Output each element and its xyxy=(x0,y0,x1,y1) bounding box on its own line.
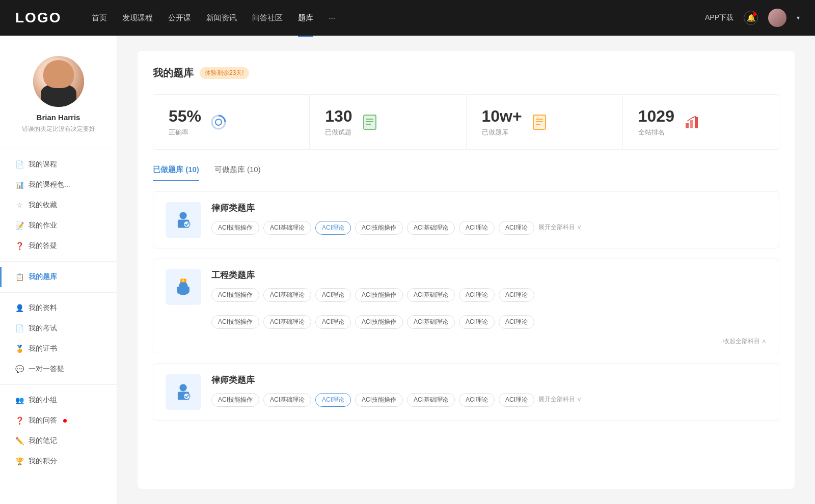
extra-tag-2-6[interactable]: ACI理论 xyxy=(499,315,534,329)
tag-1-0[interactable]: ACI技能操作 xyxy=(211,221,259,235)
nav-news[interactable]: 新闻资讯 xyxy=(206,11,237,25)
nav-openclass[interactable]: 公开课 xyxy=(168,11,191,25)
tag-2-6[interactable]: ACI理论 xyxy=(499,288,534,302)
sidebar-item-myqa[interactable]: ❓ 我的问答 xyxy=(0,410,117,431)
tag-3-1[interactable]: ACI基础理论 xyxy=(263,393,311,407)
sidebar-item-mycourse[interactable]: 📄 我的课程 xyxy=(0,154,117,175)
extra-tag-2-3[interactable]: ACI技能操作 xyxy=(355,315,403,329)
sidebar-item-exam[interactable]: 📄 我的考试 xyxy=(0,318,117,339)
user-avatar-nav[interactable] xyxy=(768,9,786,27)
qbank-icon-engineer xyxy=(166,269,201,305)
main-layout: Brian Harris 错误的决定比没有决定要好 📄 我的课程 📊 我的课程包… xyxy=(0,36,815,504)
tag-2-5[interactable]: ACI理论 xyxy=(459,288,495,302)
tag-2-3[interactable]: ACI技能操作 xyxy=(355,288,403,302)
logo[interactable]: LOGO xyxy=(15,10,61,26)
extra-tag-2-1[interactable]: ACI基础理论 xyxy=(263,315,311,329)
qbank-card-1: 律师类题库 ACI技能操作 ACI基础理论 ACI理论 ACI技能操作 ACI基… xyxy=(153,191,779,248)
sidebar-item-questions[interactable]: ❓ 我的答疑 xyxy=(0,236,117,256)
tag-2-4[interactable]: ACI基础理论 xyxy=(407,288,455,302)
done-questions-label: 已做试题 xyxy=(325,128,352,137)
tab-done[interactable]: 已做题库 (10) xyxy=(153,165,199,181)
sidebar-item-profile[interactable]: 👤 我的资料 xyxy=(0,298,117,318)
extra-tag-2-5[interactable]: ACI理论 xyxy=(459,315,495,329)
nav-items: 首页 发现课程 公开课 新闻资讯 问答社区 题库 ··· xyxy=(92,11,685,25)
myqa-icon: ❓ xyxy=(15,416,23,425)
app-download-button[interactable]: APP下载 xyxy=(705,13,734,22)
sidebar-profile: Brian Harris 错误的决定比没有决定要好 xyxy=(0,46,117,144)
sidebar-item-onetoone[interactable]: 💬 一对一答疑 xyxy=(0,359,117,379)
questionbank-icon: 📋 xyxy=(15,273,23,281)
sidebar-item-notes[interactable]: ✏️ 我的笔记 xyxy=(0,431,117,451)
notes-icon: ✏️ xyxy=(15,437,23,445)
tag-1-3[interactable]: ACI技能操作 xyxy=(355,221,403,235)
stat-accuracy: 55% 正确率 xyxy=(153,95,310,149)
avatar-image xyxy=(768,9,786,27)
tag-1-6[interactable]: ACI理论 xyxy=(499,221,534,235)
done-banks-label: 已做题库 xyxy=(482,128,522,137)
expand-btn-3[interactable]: 展开全部科目 ∨ xyxy=(538,395,582,407)
collapse-btn-2[interactable]: 收起全部科目 ∧ xyxy=(153,337,779,353)
qbank-card-2: 工程类题库 ACI技能操作 ACI基础理论 ACI理论 ACI技能操作 ACI基… xyxy=(153,259,779,353)
sidebar-item-questionbank[interactable]: 📋 我的题库 xyxy=(0,267,117,287)
tag-2-1[interactable]: ACI基础理论 xyxy=(263,288,311,302)
qbank-extra-tags-2: ACI技能操作 ACI基础理论 ACI理论 ACI技能操作 ACI基础理论 AC… xyxy=(153,315,779,337)
sidebar-item-favorites[interactable]: ☆ 我的收藏 xyxy=(0,195,117,215)
tag-3-3[interactable]: ACI技能操作 xyxy=(355,393,403,407)
homework-icon: 📝 xyxy=(15,221,23,230)
sidebar-divider xyxy=(0,149,117,149)
nav-discover[interactable]: 发现课程 xyxy=(122,11,153,25)
qbank-header-2: 工程类题库 ACI技能操作 ACI基础理论 ACI理论 ACI技能操作 ACI基… xyxy=(153,259,779,315)
nav-questionbank[interactable]: 题库 xyxy=(298,11,313,25)
done-banks-icon xyxy=(530,113,549,131)
tag-1-5[interactable]: ACI理论 xyxy=(459,221,495,235)
tag-3-2[interactable]: ACI理论 xyxy=(315,393,351,407)
sidebar-item-groups[interactable]: 👥 我的小组 xyxy=(0,390,117,410)
groups-icon: 👥 xyxy=(15,396,23,404)
tag-2-0[interactable]: ACI技能操作 xyxy=(211,288,259,302)
tag-1-2[interactable]: ACI理论 xyxy=(315,221,351,235)
tag-3-4[interactable]: ACI基础理论 xyxy=(407,393,455,407)
qbank-name-3: 律师类题库 xyxy=(211,374,767,386)
extra-tag-2-0[interactable]: ACI技能操作 xyxy=(211,315,259,329)
points-icon: 🏆 xyxy=(15,457,23,465)
user-avatar xyxy=(33,56,84,107)
sidebar-item-certificate[interactable]: 🏅 我的证书 xyxy=(0,339,117,359)
sidebar-item-coursepackage[interactable]: 📊 我的课程包... xyxy=(0,175,117,195)
certificate-icon: 🏅 xyxy=(15,345,23,353)
user-menu-chevron[interactable]: ▾ xyxy=(797,14,800,21)
extra-tag-2-2[interactable]: ACI理论 xyxy=(315,315,351,329)
tab-available[interactable]: 可做题库 (10) xyxy=(214,165,261,181)
ranking-label: 全站排名 xyxy=(638,128,674,137)
tag-3-6[interactable]: ACI理论 xyxy=(499,393,534,407)
tag-3-0[interactable]: ACI技能操作 xyxy=(211,393,259,407)
sidebar-divider-4 xyxy=(0,384,117,385)
course-icon: 📄 xyxy=(15,160,23,169)
nav-qa[interactable]: 问答社区 xyxy=(252,11,283,25)
tabs-row: 已做题库 (10) 可做题库 (10) xyxy=(153,165,779,181)
notification-bell[interactable]: 🔔 xyxy=(744,11,758,25)
tags-row-1: ACI技能操作 ACI基础理论 ACI理论 ACI技能操作 ACI基础理论 AC… xyxy=(211,221,767,235)
tag-2-2[interactable]: ACI理论 xyxy=(315,288,351,302)
tag-3-5[interactable]: ACI理论 xyxy=(459,393,495,407)
nav-home[interactable]: 首页 xyxy=(92,11,107,25)
stats-row: 55% 正确率 130 已做试题 xyxy=(153,94,779,150)
ranking-value: 1029 xyxy=(638,107,674,126)
tag-1-4[interactable]: ACI基础理论 xyxy=(407,221,455,235)
content-inner: 我的题库 体验剩余23天! 55% 正确率 xyxy=(138,51,795,489)
qbank-info-3: 律师类题库 ACI技能操作 ACI基础理论 ACI理论 ACI技能操作 ACI基… xyxy=(211,374,767,407)
tag-1-1[interactable]: ACI基础理论 xyxy=(263,221,311,235)
page-title-row: 我的题库 体验剩余23天! xyxy=(153,66,779,80)
topnav: LOGO 首页 发现课程 公开课 新闻资讯 问答社区 题库 ··· APP下载 … xyxy=(0,0,815,36)
expand-btn-1[interactable]: 展开全部科目 ∨ xyxy=(538,223,582,235)
myqa-red-dot xyxy=(63,419,67,423)
main-content: 我的题库 体验剩余23天! 55% 正确率 xyxy=(117,36,815,504)
questions-icon: ❓ xyxy=(15,242,23,250)
extra-tag-2-4[interactable]: ACI基础理论 xyxy=(407,315,455,329)
profile-icon: 👤 xyxy=(15,304,23,312)
sidebar-divider-2 xyxy=(0,261,117,262)
onetoone-icon: 💬 xyxy=(15,365,23,373)
page-title: 我的题库 xyxy=(153,66,194,80)
nav-more[interactable]: ··· xyxy=(329,11,335,25)
sidebar-item-points[interactable]: 🏆 我的积分 xyxy=(0,451,117,471)
sidebar-item-homework[interactable]: 📝 我的作业 xyxy=(0,215,117,236)
